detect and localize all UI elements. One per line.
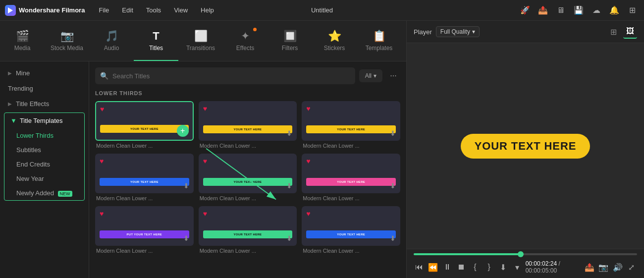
more-controls[interactable]: ▾ [511, 260, 522, 274]
bar-6: YOUR TEXT HERE [306, 178, 396, 186]
sidebar-subsection-new-year[interactable]: New Year [4, 171, 84, 186]
menu-tools[interactable]: Tools [140, 4, 167, 16]
screenshot-icon[interactable]: 📷 [598, 260, 609, 274]
download-icon-4[interactable]: ⬇ [183, 182, 189, 190]
step-back-button[interactable]: ⏪ [428, 260, 438, 274]
sidebar-trending-label: Trending [8, 85, 33, 92]
volume-icon[interactable]: 🔊 [612, 260, 623, 274]
download-icon-2[interactable]: ⬇ [286, 129, 292, 137]
tab-transitions[interactable]: ⬜ Transitions [178, 21, 223, 61]
time-separator: / [558, 260, 560, 267]
output-icon[interactable]: 📤 [584, 260, 595, 274]
effects-chevron: ▶ [8, 101, 12, 107]
monitor-icon[interactable]: 🖥 [554, 3, 568, 17]
pause-button[interactable]: ⏸ [441, 260, 452, 274]
tab-audio[interactable]: 🎵 Audio [89, 21, 134, 61]
grid-item-9[interactable]: ♥ YOUR TEXT HERE ⬇ Modern Clean Lower ..… [302, 206, 400, 254]
grid-item-6[interactable]: ♥ YOUR TEXT HERE ⬇ Modern Clean Lower ..… [302, 154, 400, 201]
bar-7: PUT YOUR TEXT HERE [100, 230, 189, 238]
download-icon-6[interactable]: ⬇ [390, 182, 396, 190]
templates-icon: 📋 [373, 30, 386, 43]
tab-titles[interactable]: T Titles [134, 21, 178, 61]
tab-stickers[interactable]: ⭐ Stickers [312, 21, 357, 61]
thumb-3: ♥ YOUR TEXT HERE ⬇ [302, 101, 400, 141]
item-label-5: Modern Clean Lower ... [199, 195, 297, 201]
effects-icon: ✦ [241, 30, 250, 43]
cloud-icon[interactable]: ☁ [590, 3, 603, 17]
grid-item-5[interactable]: ♥ YOUR TEXT HERE ⬇ Modern Clean Lower ..… [199, 154, 297, 201]
quality-chevron-icon: ▾ [472, 28, 475, 35]
effects-badge [253, 28, 257, 31]
menu-file[interactable]: File [93, 4, 115, 16]
tab-stock-media[interactable]: 📷 Stock Media [45, 21, 89, 61]
section-label: LOWER THIRDS [95, 90, 400, 96]
more-options-button[interactable]: ··· [386, 69, 400, 83]
rewind-button[interactable]: ⏮ [414, 260, 425, 274]
menu-edit[interactable]: Edit [116, 4, 139, 16]
grid-item-3[interactable]: ♥ YOUR TEXT HERE ⬇ Modern Clean Lower ..… [302, 101, 400, 149]
search-input[interactable] [112, 72, 350, 80]
download-icon-5[interactable]: ⬇ [286, 182, 292, 190]
sidebar-subsection-lower-thirds[interactable]: Lower Thirds [4, 128, 84, 143]
fullscreen-icon[interactable]: 🖼 [623, 25, 637, 39]
download-icon-7[interactable]: ⬇ [183, 234, 189, 242]
tab-templates[interactable]: 📋 Templates [357, 21, 401, 61]
sidebar-item-trending[interactable]: Trending [0, 81, 89, 96]
stickers-icon: ⭐ [328, 30, 341, 43]
share-icon[interactable]: 📤 [536, 3, 550, 17]
svg-marker-0 [8, 7, 13, 13]
notification-icon[interactable]: 🔔 [607, 3, 621, 17]
sidebar-subsection-end-credits[interactable]: End Credits [4, 157, 84, 171]
grid-item-7[interactable]: ♥ PUT YOUR TEXT HERE ⬇ Modern Clean Lowe… [95, 206, 194, 254]
transitions-icon: ⬜ [194, 30, 208, 43]
grid-view-icon[interactable]: ⊞ [606, 25, 620, 39]
sidebar-item-mine[interactable]: ▶ Mine [0, 65, 89, 81]
expand-icon[interactable]: ⤢ [626, 260, 637, 274]
stop-button[interactable]: ⏹ [456, 260, 467, 274]
app-logo: Wondershare Filmora [5, 5, 85, 16]
sidebar-subsection-newly-added[interactable]: Newly Added NEW [4, 186, 84, 200]
item-label-1: Modern Clean Lower ... [95, 143, 194, 149]
download-icon-3[interactable]: ⬇ [390, 129, 396, 137]
thumb-4: ♥ YOUR TEXT HERE ⬇ [95, 154, 194, 193]
menu-help[interactable]: Help [195, 4, 220, 16]
sidebar-title-templates-header[interactable]: ▼ Title Templates [4, 113, 84, 128]
bar-1: YOUR TEXT HERE [100, 125, 189, 133]
main-body: 🎬 Media 📷 Stock Media 🎵 Audio T Titles ⬜… [0, 21, 644, 278]
progress-bar[interactable] [414, 253, 637, 255]
bar-9: YOUR TEXT HERE [306, 230, 396, 238]
rocket-icon[interactable]: 🚀 [518, 3, 532, 17]
sidebar-subsection-subtitles[interactable]: Subtitles [4, 143, 84, 157]
favorite-icon-2: ♥ [203, 105, 207, 112]
thumb-8: ♥ YOUR TEXT HERE ⬇ [199, 206, 297, 246]
add-icon-1[interactable]: + [177, 125, 189, 137]
grid-item-8[interactable]: ♥ YOUR TEXT HERE ⬇ Modern Clean Lower ..… [199, 206, 297, 254]
save-icon[interactable]: 💾 [572, 3, 586, 17]
bar-3: YOUR TEXT HERE [306, 125, 396, 133]
filter-button[interactable]: All ▾ [359, 69, 382, 82]
insert-button[interactable]: ⬇ [497, 260, 508, 274]
thumb-7: ♥ PUT YOUR TEXT HERE ⬇ [95, 206, 194, 246]
sidebar-item-title-effects[interactable]: ▶ Title Effects [0, 96, 89, 111]
download-icon-8[interactable]: ⬇ [286, 234, 292, 242]
tab-filters-label: Filters [282, 45, 298, 52]
quality-selector[interactable]: Full Quality ▾ [436, 26, 480, 37]
grid-item-4[interactable]: ♥ YOUR TEXT HERE ⬇ Modern Clean Lower ..… [95, 154, 194, 201]
tab-media-label: Media [14, 45, 31, 52]
grid-item-2[interactable]: ♥ YOUR TEXT HERE ⬇ Modern Clean Lower ..… [199, 101, 297, 149]
total-time: 00:00:05:00 [526, 267, 557, 274]
sidebar: ▶ Mine Trending ▶ Title Effects ▼ Title … [0, 61, 89, 278]
thumb-2: ♥ YOUR TEXT HERE ⬇ [199, 101, 297, 141]
menu-view[interactable]: View [168, 4, 194, 16]
download-icon-9[interactable]: ⬇ [390, 234, 396, 242]
tab-filters[interactable]: 🔲 Filters [268, 21, 312, 61]
progress-fill [414, 253, 521, 255]
layout-icon[interactable]: ⊞ [625, 3, 639, 17]
tab-effects[interactable]: ✦ Effects [223, 21, 268, 61]
grid-item-1[interactable]: ♥ YOUR TEXT HERE + Modern Clean Lower ..… [95, 101, 194, 149]
mark-out-button[interactable]: } [483, 260, 494, 274]
tab-media[interactable]: 🎬 Media [0, 21, 45, 61]
tab-audio-label: Audio [104, 45, 119, 52]
mark-in-button[interactable]: { [470, 260, 481, 274]
sidebar-effects-label: Title Effects [16, 100, 49, 108]
